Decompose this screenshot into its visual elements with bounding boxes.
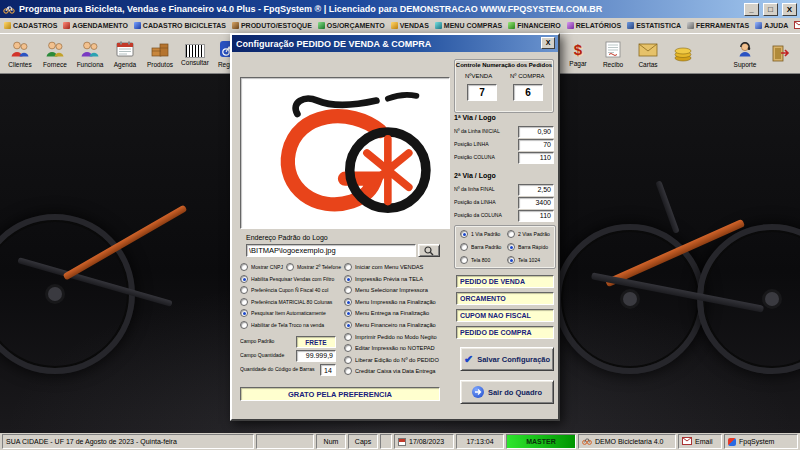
radio-circle[interactable] [507,256,515,264]
compra-number-field[interactable]: 6 [513,84,543,101]
checkbox-circle[interactable] [344,309,352,317]
checkbox-circle[interactable] [344,356,352,364]
check-habilitar-tela-troco[interactable]: Habilitar de Tela Troco na venda [240,321,337,329]
radio-barra-padrao[interactable]: Barra Padrão [460,243,507,251]
products-button[interactable]: Produtos [143,35,177,72]
check-imprimir-modo-negito[interactable]: Imprimir Pedido no Modo Negito [344,333,441,341]
check-mostrar-cnpj[interactable]: Mostrar CNPJ [240,263,289,271]
support-button[interactable]: Suporte [728,35,762,72]
save-config-button[interactable]: ✔ Salvar Configuração [460,347,554,371]
radio-circle[interactable] [460,243,468,251]
checkbox-circle[interactable] [240,321,248,329]
menu-agendamento[interactable]: AGENDAMENTO [63,22,127,29]
menu-financeiro[interactable]: FINANCEIRO [508,22,561,29]
checkbox-circle[interactable] [344,367,352,375]
close-button[interactable]: X [782,3,797,16]
menu-ajuda[interactable]: AJUDA [755,22,788,29]
menu-produto-estoque[interactable]: PRODUTO/ESTOQUE [232,22,312,29]
radio-circle[interactable] [460,256,468,264]
campo-padrao-field[interactable]: FRETE [296,336,336,348]
checkbox-circle[interactable] [344,275,352,283]
check-iniciar-menu-vendas[interactable]: Iniciar com Menu VENDAS [344,263,427,271]
radio-circle[interactable] [460,230,468,238]
checkbox-circle[interactable] [344,263,352,271]
check-menu-impressao-finalizacao[interactable]: Menu Impressão na Finalização [344,298,440,306]
radio-1-via-padrao[interactable]: 1 Via Padrão [460,230,506,238]
checkbox-circle[interactable] [344,298,352,306]
checkbox-circle[interactable] [344,321,352,329]
check-habilita-pesquisar-vendas[interactable]: Habilita Pesquisar Vendas com Filtro [240,275,349,283]
menu-ferramentas[interactable]: FERRAMENTAS [687,22,749,29]
venda-number-field[interactable]: 7 [467,84,497,101]
receipt-button[interactable]: Recibo [596,35,630,72]
radio-barra-rapido[interactable]: Barra Rápido [507,243,553,251]
via2-linha-final-field[interactable]: 2,50 [518,184,554,196]
via2-posicao-coluna-field[interactable]: 110 [518,210,554,222]
checkbox-circle[interactable] [240,263,248,271]
dialog-close-button[interactable]: X [541,37,555,49]
pedido-compra-field[interactable]: PEDIDO DE COMPRA [456,326,554,339]
clients-button[interactable]: Clientes [3,35,37,72]
checkbox-circle[interactable] [240,309,248,317]
check-menu-financeiro-finalizacao[interactable]: Menu Financeiro na Finalização [344,321,440,329]
browse-logo-button[interactable] [418,244,440,257]
check-editar-impressao-notepad[interactable]: Editar Impressão no NOTEPAD [344,344,439,352]
radio-tela-1024[interactable]: Tela 1024 [507,256,544,264]
minimize-button[interactable]: _ [744,3,759,16]
campo-quantidade-field[interactable]: 99.999,9 [296,350,336,362]
via1-title: 1ª Via / Logo [454,114,496,121]
check-preferencia-matricial[interactable]: Preferência MATRICIAL 80 Colunas [240,298,347,306]
menu-cadastro-bicicletas[interactable]: CADASTRO BICICLETAS [134,22,226,29]
menu-os-orcamento[interactable]: OS/ORÇAMENTO [318,22,385,29]
checkbox-circle[interactable] [344,333,352,341]
checkbox-circle[interactable] [240,275,248,283]
checkbox-circle[interactable] [240,298,248,306]
check-creditar-caixa-data-entrega[interactable]: Creditar Caixa via Data Entrega [344,367,440,375]
letters-button[interactable]: Cartas [631,35,665,72]
menu-relatorios[interactable]: RELATÓRIOS [567,22,621,29]
via1-linha-inicial-field[interactable]: 0,90 [518,126,554,138]
radio-circle[interactable] [507,230,515,238]
status-caps-lock: Caps [348,434,378,449]
check-mostrar-2-telefone[interactable]: Mostrar 2º Telefone [286,263,349,271]
exit-app-button[interactable] [763,35,797,72]
menu-menu-compras[interactable]: MENU COMPRAS [435,22,502,29]
agenda-button[interactable]: Agenda [108,35,142,72]
check-menu-selecionar-impressora[interactable]: Menu Selecionar Impressora [344,286,432,294]
check-pesquisar-item-auto[interactable]: Pesquisar Item Automaticamente [240,309,339,317]
checkbox-circle[interactable] [344,344,352,352]
via2-posicao-linha-field[interactable]: 3400 [518,197,554,209]
check-preferencia-cupom[interactable]: Preferência Cupon Ñ Fiscal 40 col [240,286,342,294]
radio-2-vias-padrao[interactable]: 2 Vias Padrão [507,230,556,238]
cupom-nao-fiscal-field[interactable]: CUPOM NAO FISCAL [456,309,554,322]
qtd-codigo-barras-field[interactable]: 14 [320,364,336,376]
check-liberar-edicao-pedido[interactable]: Liberar Edição do Nº do PEDIDO [344,356,443,364]
via1-posicao-linha-field[interactable]: 70 [518,139,554,151]
window-titlebar: Programa para Bicicleta, Vendas e Financ… [0,0,800,18]
pedido-venda-field[interactable]: PEDIDO DE VENDA [456,275,554,288]
exit-dialog-button[interactable]: Sair do Quadro [460,380,554,404]
coins-button[interactable] [666,35,700,72]
menu-vendas[interactable]: VENDAS [391,22,429,29]
maximize-button[interactable]: □ [763,3,778,16]
menu-cadastros[interactable]: CADASTROS [4,22,57,29]
radio-circle[interactable] [507,243,515,251]
checkbox-circle[interactable] [344,286,352,294]
check-menu-entrega-finalizacao[interactable]: Menu Entrega na Finalização [344,309,433,317]
logo-path-input[interactable] [246,244,416,257]
check-impressao-previa-tela[interactable]: Impressão Prévia na TELA [344,275,427,283]
orcamento-field[interactable]: ORCAMENTO [456,292,554,305]
menu-estatistica[interactable]: ESTATISTICA [627,22,681,29]
consult-button[interactable]: Consultar [178,35,212,72]
pay-button[interactable]: $ Pagar [561,35,595,72]
suppliers-button[interactable]: Fornece [38,35,72,72]
employees-button[interactable]: Funciona [73,35,107,72]
status-email[interactable]: Email [678,434,722,449]
via1-posicao-coluna-field[interactable]: 110 [518,152,554,164]
radio-tela-800[interactable]: Tela 800 [460,256,494,264]
dialog-title: Configuração PEDIDO DE VENDA & COMPRA [236,39,431,49]
checkbox-circle[interactable] [240,286,248,294]
menu-email[interactable]: E-MAIL [794,21,800,30]
checkbox-circle[interactable] [286,263,294,271]
email-envelope-icon [682,437,692,446]
